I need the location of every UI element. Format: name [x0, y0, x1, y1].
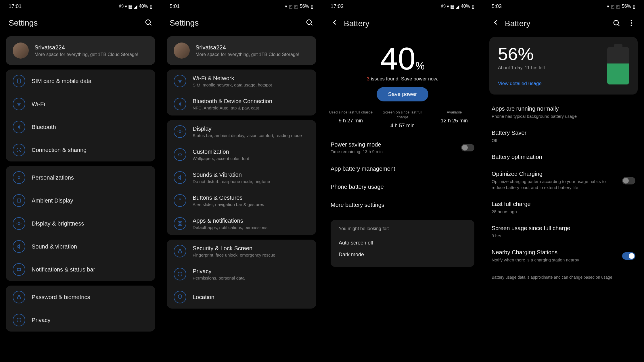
volte-icon: ▦: [128, 4, 133, 9]
screen-header: Settings: [161, 13, 322, 36]
display-icon: [174, 125, 186, 138]
search-icon[interactable]: [144, 18, 152, 28]
view-detailed-usage-link[interactable]: View detailed usage: [498, 81, 601, 86]
item-wifi[interactable]: Wi-Fi: [6, 93, 155, 115]
status-time: 5:01: [170, 3, 180, 9]
item-last-full-charge: Last full charge 28 hours ago: [483, 196, 644, 220]
item-ambient[interactable]: Ambient Display: [6, 189, 155, 212]
item-display[interactable]: DisplayStatus bar, ambient display, visi…: [167, 120, 316, 143]
customization-icon: [174, 148, 186, 161]
battery-icon: ▯: [472, 4, 474, 9]
sound-icon: [13, 240, 25, 253]
svg-rect-8: [17, 268, 21, 271]
item-connection-sharing[interactable]: Connection & sharing: [6, 138, 155, 161]
item-app-battery-mgmt[interactable]: App battery management: [322, 160, 483, 178]
page-title: Battery: [505, 19, 530, 28]
user-name: Srivatsa224: [34, 44, 148, 51]
item-display-brightness[interactable]: Display & brightness: [6, 212, 155, 235]
optimized-charging-toggle[interactable]: [622, 177, 635, 184]
wifi-icon: [174, 75, 186, 87]
screen-header: Settings: [0, 13, 161, 36]
user-name: Srivatsa224: [195, 44, 309, 51]
svg-point-20: [614, 20, 618, 25]
status-time: 17:03: [331, 3, 344, 9]
settings-group-network: Wi-Fi & NetworkSIM, mobile network, data…: [167, 70, 316, 115]
user-sub: More space for everything, get 1TB Cloud…: [195, 52, 309, 57]
item-privacy[interactable]: PrivacyPermissions, personal data: [167, 263, 316, 286]
screen-header: Battery: [322, 13, 483, 37]
item-privacy[interactable]: Privacy: [6, 309, 155, 332]
wifi-icon: ▾: [125, 4, 127, 9]
svg-point-3: [19, 105, 19, 106]
user-card[interactable]: Srivatsa224 More space for everything, g…: [6, 36, 155, 65]
item-battery-saver[interactable]: Battery Saver Off: [483, 124, 644, 149]
nfc-icon: ⓝ: [119, 3, 124, 9]
save-power-button[interactable]: Save power: [377, 87, 428, 101]
item-personalizations[interactable]: Personalizations: [6, 166, 155, 189]
user-card[interactable]: Srivatsa224 More space for everything, g…: [167, 36, 316, 65]
wifi-icon: [13, 98, 25, 110]
status-right: ▾ ◩ ◩ 56% ▯: [607, 4, 635, 9]
hint-auto-screen-off[interactable]: Auto screen off: [339, 237, 466, 249]
item-notifications[interactable]: Notifications & status bar: [6, 258, 155, 281]
item-more-battery-settings[interactable]: More battery settings: [322, 196, 483, 214]
item-buttons[interactable]: Buttons & GesturesAlert slider, navigati…: [167, 189, 316, 212]
status-right: ⓝ ▾ ▦ ◢ 40% ▯: [119, 3, 152, 9]
item-power-saving-mode[interactable]: Power saving mode Time remaining: 13 h 9…: [322, 136, 483, 160]
settings-group-personalize: DisplayStatus bar, ambient display, visi…: [167, 120, 316, 235]
back-button[interactable]: [492, 18, 500, 28]
shield-icon: [174, 268, 186, 280]
lock-icon: [174, 245, 186, 257]
item-bluetooth[interactable]: Bluetooth: [6, 115, 155, 138]
status-time: 17:01: [9, 3, 22, 9]
status-battery-text: 40%: [139, 4, 148, 9]
status-time: 5:03: [492, 3, 502, 9]
item-phone-battery-usage[interactable]: Phone battery usage: [322, 178, 483, 196]
bluetooth-icon: [13, 121, 25, 133]
item-bluetooth-device[interactable]: Bluetooth & Device ConnectionNFC, Androi…: [167, 93, 316, 115]
settings-group-display: Personalizations Ambient Display Display…: [6, 166, 155, 281]
item-apps-running[interactable]: Apps are running normally Phone has typi…: [483, 100, 644, 124]
status-battery-text: 40%: [461, 4, 470, 9]
item-sound-vibration[interactable]: Sound & vibration: [6, 235, 155, 258]
item-nearby-charging[interactable]: Nearby Charging Stations Notify when the…: [483, 244, 644, 268]
item-customization[interactable]: CustomizationWallpapers, accent color, f…: [167, 143, 316, 166]
svg-point-24: [631, 24, 632, 26]
battery-percentage: 40%: [322, 37, 483, 76]
sim-off-icon: ◩: [288, 4, 293, 9]
svg-point-23: [631, 22, 632, 24]
settings-group-security: Security & Lock ScreenFingerprint, face …: [167, 240, 316, 309]
svg-point-0: [146, 20, 150, 24]
search-icon[interactable]: [305, 18, 313, 28]
item-sounds[interactable]: Sounds & VibrationDo not disturb, earpho…: [167, 166, 316, 189]
svg-rect-16: [181, 222, 182, 223]
ambient-icon: [13, 194, 25, 207]
item-password[interactable]: Password & biometrics: [6, 286, 155, 309]
item-security[interactable]: Security & Lock ScreenFingerprint, face …: [167, 240, 316, 263]
stat-label-available: Available: [428, 110, 480, 115]
item-optimized-charging[interactable]: Optimized Charging Optimize charging pat…: [483, 165, 644, 196]
sim-off-icon: ◩: [294, 4, 298, 9]
item-apps[interactable]: Apps & notificationsDefault apps, notifi…: [167, 212, 316, 235]
item-sim[interactable]: SIM card & mobile data: [6, 70, 155, 93]
nfc-icon: ⓝ: [441, 3, 446, 9]
page-title: Battery: [344, 19, 369, 28]
stat-label-used: Used since last full charge: [325, 110, 377, 115]
hint-dark-mode[interactable]: Dark mode: [339, 249, 466, 261]
back-button[interactable]: [331, 18, 339, 28]
nearby-charging-toggle[interactable]: [622, 252, 635, 260]
item-battery-optimization[interactable]: Battery optimization: [483, 149, 644, 165]
svg-point-5: [18, 177, 20, 179]
stat-value-screen: 4 h 57 min: [377, 123, 428, 129]
more-icon[interactable]: [627, 19, 635, 28]
search-icon[interactable]: [612, 19, 620, 28]
power-saving-toggle[interactable]: [461, 144, 474, 151]
status-bar: 17:01 ⓝ ▾ ▦ ◢ 40% ▯: [0, 0, 161, 13]
screen-settings-oppo: 17:01 ⓝ ▾ ▦ ◢ 40% ▯ Settings Srivatsa224…: [0, 0, 161, 362]
brightness-icon: [13, 217, 25, 230]
item-location[interactable]: Location: [167, 286, 316, 309]
divider: [421, 143, 421, 152]
wifi-icon: ▾: [607, 4, 609, 9]
svg-point-12: [180, 82, 180, 83]
item-wifi-network[interactable]: Wi-Fi & NetworkSIM, mobile network, data…: [167, 70, 316, 93]
